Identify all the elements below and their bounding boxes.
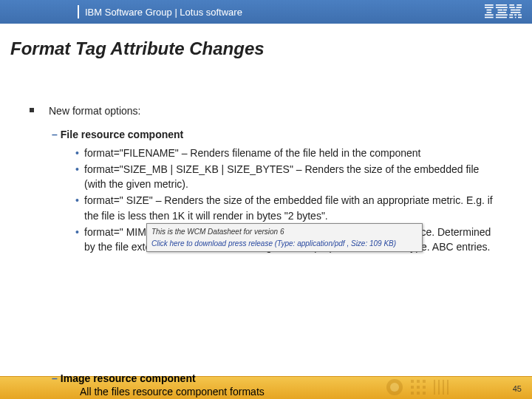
svg-rect-15 <box>509 7 515 8</box>
dot-bullet-icon: • <box>75 193 79 208</box>
svg-rect-28 <box>411 380 414 383</box>
svg-rect-16 <box>516 7 522 8</box>
list-item: •format="SIZE_MB | SIZE_KB | SIZE_BYTES"… <box>75 162 502 192</box>
dot-bullet-icon: • <box>75 146 79 160</box>
svg-rect-0 <box>485 4 494 6</box>
svg-rect-17 <box>511 10 516 11</box>
svg-rect-30 <box>423 380 426 383</box>
item-text: format="SIZE_MB | SIZE_KB | SIZE_BYTES" … <box>84 163 479 190</box>
footer-ornament-icon <box>384 377 473 398</box>
main-bullet-text: New format options: <box>49 103 141 118</box>
svg-rect-12 <box>496 17 507 18</box>
svg-rect-36 <box>423 392 426 395</box>
svg-rect-32 <box>417 386 420 389</box>
svg-rect-19 <box>511 12 520 13</box>
dash-icon: – <box>52 372 58 384</box>
svg-rect-8 <box>498 10 503 11</box>
svg-rect-31 <box>411 386 414 389</box>
svg-rect-4 <box>485 14 494 16</box>
tooltip-popup: This is the WCM Datasheet for version 6 … <box>146 223 423 252</box>
svg-rect-21 <box>514 14 516 16</box>
svg-rect-23 <box>509 17 513 18</box>
dot-bullet-icon: • <box>75 162 79 177</box>
svg-rect-22 <box>518 14 522 16</box>
svg-rect-14 <box>516 4 522 6</box>
item-text: format=" SIZE" – Renders the size of the… <box>84 194 493 221</box>
dot-bullet-icon: • <box>75 225 79 239</box>
svg-rect-3 <box>487 12 492 13</box>
header-band: IBM Software Group | Lotus software <box>0 0 532 24</box>
svg-rect-2 <box>487 10 492 11</box>
svg-rect-13 <box>509 4 514 6</box>
svg-rect-6 <box>496 4 507 6</box>
ibm-logo <box>485 4 522 19</box>
section-image-resource: –Image resource component <box>52 372 196 384</box>
header-separator <box>78 5 79 18</box>
page-title: Format Tag Attribute Changes <box>10 38 265 59</box>
svg-rect-35 <box>417 392 420 395</box>
svg-rect-7 <box>496 7 508 8</box>
svg-rect-5 <box>485 17 494 18</box>
svg-point-27 <box>390 383 399 392</box>
svg-rect-29 <box>417 380 420 383</box>
section-file-resource: –File resource component <box>52 127 502 142</box>
main-bullet-row: New format options: <box>30 103 502 118</box>
svg-rect-10 <box>498 12 507 13</box>
svg-rect-33 <box>423 386 426 389</box>
list-item: •format="FILENAME" – Renders filename of… <box>75 146 502 160</box>
svg-rect-20 <box>509 14 513 16</box>
svg-rect-1 <box>485 7 494 8</box>
dash-icon: – <box>52 129 58 140</box>
svg-rect-9 <box>503 10 507 11</box>
svg-rect-11 <box>496 14 508 16</box>
svg-rect-24 <box>515 17 516 18</box>
header-title: IBM Software Group | Lotus software <box>85 7 242 18</box>
section-heading: Image resource component <box>61 372 196 384</box>
image-resource-partial-line: All the files resource component formats <box>80 386 265 398</box>
list-item: •format=" SIZE" – Renders the size of th… <box>75 193 502 223</box>
svg-rect-25 <box>518 17 522 18</box>
section-heading: File resource component <box>61 129 183 140</box>
svg-rect-18 <box>516 10 521 11</box>
page-number: 45 <box>513 384 522 393</box>
square-bullet-icon <box>30 108 34 112</box>
item-text: format="FILENAME" – Renders filename of … <box>84 147 420 159</box>
popup-title: This is the WCM Datasheet for version 6 <box>151 227 417 237</box>
svg-rect-34 <box>411 392 414 395</box>
popup-line: Click here to download press release (Ty… <box>151 239 417 249</box>
